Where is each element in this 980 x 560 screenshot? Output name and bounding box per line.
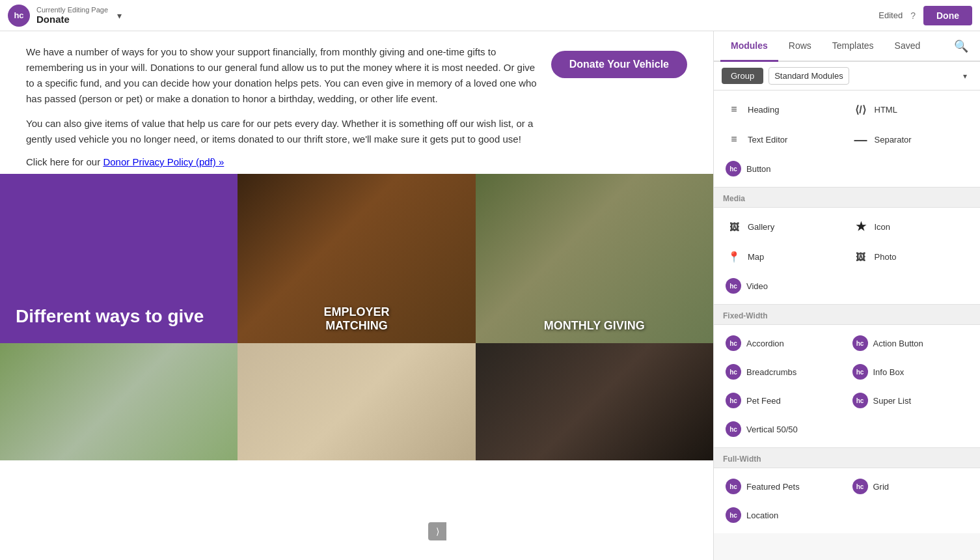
tab-modules[interactable]: Modules: [720, 31, 778, 62]
sidebar: Modules Rows Templates Saved 🔍 Group Sta…: [713, 31, 980, 560]
vertical-5050-hc-icon: hc: [726, 421, 741, 437]
module-pet-feed[interactable]: hc Pet Feed: [720, 386, 847, 415]
privacy-line: Click here for our Donor Privacy Policy …: [26, 156, 538, 167]
collapse-sidebar-button[interactable]: ⟩: [428, 522, 446, 540]
ways-title-heading: Different ways to give: [16, 305, 204, 328]
girl-dog-cell: [0, 343, 238, 460]
module-featured-pets[interactable]: hc Featured Pets: [720, 472, 847, 501]
employer-matching-cell: EMPLOYER MATCHING: [238, 174, 475, 343]
module-vertical-5050-label: Vertical 50/50: [746, 425, 798, 434]
module-breadcrumbs[interactable]: hc Breadcrumbs: [720, 357, 847, 386]
accordion-hc-icon: hc: [726, 335, 741, 351]
fixed-width-group-label: Fixed-Width: [714, 305, 980, 325]
module-text-editor[interactable]: ≡ Text Editor: [720, 124, 847, 154]
icon-star-icon: ★: [852, 218, 869, 235]
drawing-cell: [238, 343, 475, 460]
module-location[interactable]: hc Location: [720, 501, 847, 529]
page-name: Donate: [36, 14, 108, 25]
module-super-list-label: Super List: [873, 396, 912, 406]
module-location-label: Location: [746, 511, 778, 520]
super-list-hc-icon: hc: [852, 393, 868, 408]
module-vertical-5050[interactable]: hc Vertical 50/50: [720, 415, 847, 443]
module-info-box[interactable]: hc Info Box: [847, 357, 974, 386]
sidebar-search-icon[interactable]: 🔍: [949, 34, 973, 59]
media-modules: 🖼 Gallery ★ Icon 📍 Map 🖼 Photo hc Video: [714, 208, 980, 304]
filter-select-wrapper: Standard Modules: [769, 67, 972, 85]
currently-editing-label: Currently Editing Page: [36, 6, 108, 14]
full-width-modules: hc Featured Pets hc Grid hc Location: [714, 468, 980, 533]
sidebar-filter-bar: Group Standard Modules: [714, 62, 980, 91]
media-group-label: Media: [714, 188, 980, 208]
module-button[interactable]: hc Button: [720, 154, 847, 183]
module-separator[interactable]: — Separator: [847, 124, 974, 154]
module-gallery[interactable]: 🖼 Gallery: [720, 212, 847, 242]
module-html-label: HTML: [875, 105, 897, 115]
page-content: We have a number of ways for you to show…: [0, 31, 713, 560]
module-action-button[interactable]: hc Action Button: [847, 329, 974, 357]
standard-modules-top: ≡ Heading ⟨/⟩ HTML ≡ Text Editor — Separ…: [714, 91, 980, 187]
filter-select[interactable]: Standard Modules: [769, 67, 849, 85]
module-icon[interactable]: ★ Icon: [847, 212, 974, 242]
page-text-area: We have a number of ways for you to show…: [26, 44, 538, 167]
topbar-right: Edited ? Done: [878, 6, 972, 25]
module-separator-label: Separator: [875, 135, 912, 145]
help-icon[interactable]: ?: [910, 10, 916, 21]
tab-saved[interactable]: Saved: [884, 31, 931, 62]
module-map-label: Map: [748, 252, 764, 262]
paragraph-2: You can also give items of value that he…: [26, 116, 538, 147]
module-heading[interactable]: ≡ Heading: [720, 94, 847, 124]
module-info-box-label: Info Box: [873, 367, 905, 377]
module-gallery-label: Gallery: [748, 222, 774, 232]
page-dropdown-icon[interactable]: ▾: [117, 10, 122, 21]
module-video-label: Video: [746, 281, 768, 291]
privacy-link[interactable]: Donor Privacy Policy (pdf) »: [103, 156, 224, 167]
paragraph-1: We have a number of ways for you to show…: [26, 44, 538, 107]
featured-pets-hc-icon: hc: [726, 479, 741, 494]
donate-vehicle-button[interactable]: Donate Your Vehicle: [551, 51, 687, 78]
fixed-width-modules: hc Accordion hc Action Button hc Breadcr…: [714, 325, 980, 447]
filter-group-button[interactable]: Group: [722, 68, 763, 84]
action-button-hc-icon: hc: [852, 335, 868, 351]
module-map[interactable]: 📍 Map: [720, 242, 847, 272]
module-icon-label: Icon: [875, 222, 891, 232]
module-super-list[interactable]: hc Super List: [847, 386, 974, 415]
monthly-giving-cell: MONTHLY GIVING: [476, 174, 713, 343]
done-button[interactable]: Done: [923, 6, 972, 25]
module-grid-label: Grid: [873, 482, 890, 492]
tab-rows[interactable]: Rows: [778, 31, 822, 62]
module-grid[interactable]: hc Grid: [847, 472, 974, 501]
top-section: We have a number of ways for you to show…: [0, 31, 713, 174]
module-accordion[interactable]: hc Accordion: [720, 329, 847, 357]
tab-templates[interactable]: Templates: [822, 31, 884, 62]
module-photo-label: Photo: [875, 252, 897, 262]
info-box-hc-icon: hc: [852, 364, 868, 380]
topbar: hc Currently Editing Page Donate ▾ Edite…: [0, 0, 980, 31]
html-icon: ⟨/⟩: [852, 101, 869, 118]
module-action-button-label: Action Button: [873, 339, 923, 348]
employer-matching-label: EMPLOYER MATCHING: [323, 305, 389, 333]
module-video[interactable]: hc Video: [720, 272, 847, 300]
module-html[interactable]: ⟨/⟩ HTML: [847, 94, 974, 124]
photo-icon: 🖼: [852, 248, 869, 265]
edited-status: Edited: [878, 10, 903, 20]
module-featured-pets-label: Featured Pets: [746, 482, 800, 492]
privacy-prefix: Click here for our: [26, 156, 103, 167]
video-hc-icon: hc: [726, 278, 741, 294]
module-pet-feed-label: Pet Feed: [746, 396, 781, 406]
main-layout: We have a number of ways for you to show…: [0, 31, 980, 560]
heading-icon: ≡: [726, 101, 742, 118]
breadcrumbs-hc-icon: hc: [726, 364, 741, 380]
dog-cell: [476, 343, 713, 460]
text-editor-icon: ≡: [726, 131, 742, 148]
topbar-left: hc Currently Editing Page Donate ▾: [8, 5, 122, 27]
module-photo[interactable]: 🖼 Photo: [847, 242, 974, 272]
button-hc-icon: hc: [726, 161, 741, 176]
module-button-label: Button: [746, 164, 771, 174]
module-breadcrumbs-label: Breadcrumbs: [746, 367, 796, 377]
full-width-group-label: Full-Width: [714, 448, 980, 468]
grid-hc-icon: hc: [852, 479, 868, 494]
separator-icon: —: [852, 131, 869, 148]
ways-grid: Different ways to give EMPLOYER MATCHING…: [0, 174, 713, 460]
gallery-icon: 🖼: [726, 218, 742, 235]
topbar-title: Currently Editing Page Donate: [36, 6, 108, 25]
